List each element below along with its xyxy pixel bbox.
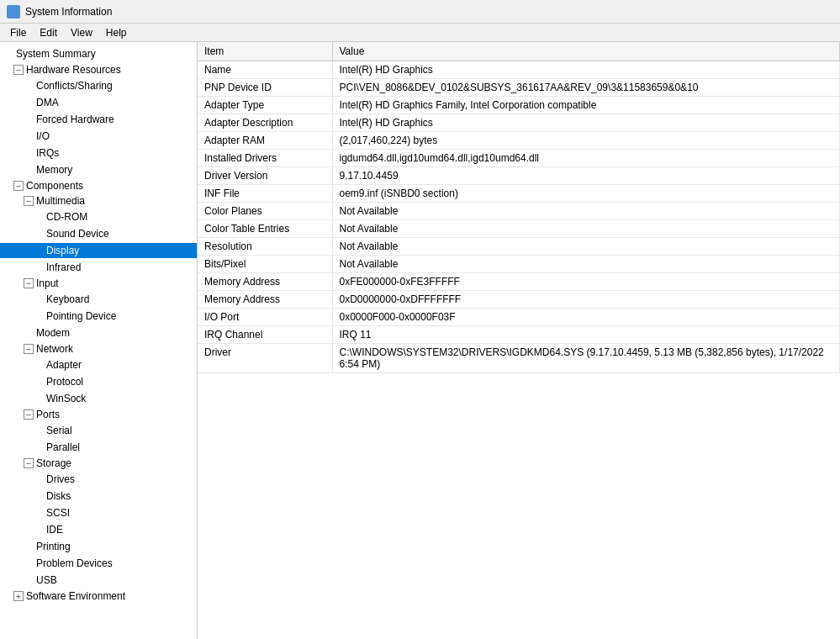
tree-node-modem[interactable]: Modem xyxy=(0,325,197,341)
tree-node-usb[interactable]: USB xyxy=(0,572,197,589)
tree-node-adapter[interactable]: Adapter xyxy=(0,356,197,373)
tree-expander-modem[interactable] xyxy=(24,326,34,340)
tree-expander-system-summary[interactable] xyxy=(3,47,13,61)
tree-expander-keyboard[interactable] xyxy=(34,293,44,306)
tree-expander-sound-device[interactable] xyxy=(34,227,44,240)
tree-panel: System Summary−Hardware ResourcesConflic… xyxy=(0,42,198,639)
tree-expander-input[interactable]: − xyxy=(24,278,34,288)
tree-expander-drives[interactable] xyxy=(34,473,44,486)
app-icon xyxy=(7,5,20,18)
tree-expander-disks[interactable] xyxy=(34,489,44,503)
table-cell-value: Intel(R) HD Graphics xyxy=(332,61,840,79)
table-cell-item: Adapter Description xyxy=(198,114,332,132)
col-header-item: Item xyxy=(198,42,332,61)
tree-node-sound-device[interactable]: Sound Device xyxy=(0,225,197,242)
tree-node-storage[interactable]: −Storage xyxy=(0,456,197,471)
tree-label-software-environment: Software Environment xyxy=(26,590,125,602)
tree-expander-usb[interactable] xyxy=(24,573,34,587)
table-cell-value: Intel(R) HD Graphics xyxy=(332,114,840,132)
tree-label-modem: Modem xyxy=(36,327,70,339)
tree-node-keyboard[interactable]: Keyboard xyxy=(0,291,197,308)
tree-node-winsock[interactable]: WinSock xyxy=(0,390,197,407)
table-cell-value: 9.17.10.4459 xyxy=(332,167,840,185)
tree-label-drives: Drives xyxy=(46,473,75,485)
tree-expander-ports[interactable]: − xyxy=(24,409,34,420)
tree-node-drives[interactable]: Drives xyxy=(0,471,197,488)
table-cell-value: (2,017,460,224) bytes xyxy=(332,132,840,150)
tree-expander-components[interactable]: − xyxy=(13,181,24,191)
tree-label-network: Network xyxy=(36,343,73,355)
tree-expander-serial[interactable] xyxy=(34,424,44,437)
tree-node-serial[interactable]: Serial xyxy=(0,422,197,439)
tree-expander-network[interactable]: − xyxy=(24,344,34,354)
tree-node-printing[interactable]: Printing xyxy=(0,538,197,555)
tree-node-software-environment[interactable]: +Software Environment xyxy=(0,589,197,604)
tree-node-cd-rom[interactable]: CD-ROM xyxy=(0,209,197,225)
tree-node-ide[interactable]: IDE xyxy=(0,521,197,538)
menu-view[interactable]: View xyxy=(64,25,99,40)
tree-expander-display[interactable] xyxy=(34,244,44,257)
menu-file[interactable]: File xyxy=(3,25,33,40)
tree-label-problem-devices: Problem Devices xyxy=(36,557,113,569)
tree-expander-hardware-resources[interactable]: − xyxy=(13,65,24,75)
tree-expander-adapter[interactable] xyxy=(34,358,44,372)
tree-expander-infrared[interactable] xyxy=(34,261,44,274)
tree-node-network[interactable]: −Network xyxy=(0,341,197,356)
tree-node-problem-devices[interactable]: Problem Devices xyxy=(0,555,197,572)
tree-node-system-summary[interactable]: System Summary xyxy=(0,45,197,62)
tree-expander-io[interactable] xyxy=(24,129,34,143)
tree-expander-forced-hardware[interactable] xyxy=(24,113,34,126)
tree-label-sound-device: Sound Device xyxy=(46,228,109,240)
tree-expander-software-environment[interactable]: + xyxy=(13,591,24,601)
table-cell-value: Not Available xyxy=(332,238,840,256)
tree-expander-parallel[interactable] xyxy=(34,441,44,454)
menu-bar: File Edit View Help xyxy=(0,24,840,42)
tree-label-keyboard: Keyboard xyxy=(46,293,89,305)
tree-node-io[interactable]: I/O xyxy=(0,128,197,145)
tree-label-storage: Storage xyxy=(36,457,71,469)
tree-expander-ide[interactable] xyxy=(34,523,44,536)
tree-expander-winsock[interactable] xyxy=(34,392,44,405)
tree-expander-irqs[interactable] xyxy=(24,146,34,160)
tree-node-forced-hardware[interactable]: Forced Hardware xyxy=(0,111,197,128)
table-row: NameIntel(R) HD Graphics xyxy=(198,61,840,79)
tree-label-infrared: Infrared xyxy=(46,261,81,273)
detail-panel: Item Value NameIntel(R) HD GraphicsPNP D… xyxy=(198,42,840,639)
tree-expander-printing[interactable] xyxy=(24,540,34,553)
tree-expander-conflicts-sharing[interactable] xyxy=(24,79,34,92)
tree-expander-multimedia[interactable]: − xyxy=(24,196,34,206)
menu-help[interactable]: Help xyxy=(99,25,134,40)
tree-node-infrared[interactable]: Infrared xyxy=(0,259,197,276)
tree-expander-cd-rom[interactable] xyxy=(34,210,44,224)
menu-edit[interactable]: Edit xyxy=(33,25,64,40)
tree-expander-memory[interactable] xyxy=(24,163,34,177)
tree-node-ports[interactable]: −Ports xyxy=(0,407,197,422)
tree-expander-dma[interactable] xyxy=(24,96,34,109)
tree-node-disks[interactable]: Disks xyxy=(0,488,197,504)
table-cell-value: Not Available xyxy=(332,220,840,238)
tree-node-pointing-device[interactable]: Pointing Device xyxy=(0,308,197,325)
tree-node-protocol[interactable]: Protocol xyxy=(0,373,197,390)
tree-node-multimedia[interactable]: −Multimedia xyxy=(0,193,197,209)
tree-node-conflicts-sharing[interactable]: Conflicts/Sharing xyxy=(0,77,197,94)
tree-label-adapter: Adapter xyxy=(46,359,82,371)
tree-node-memory[interactable]: Memory xyxy=(0,161,197,178)
tree-label-disks: Disks xyxy=(46,490,71,502)
tree-label-input: Input xyxy=(36,277,59,289)
tree-node-parallel[interactable]: Parallel xyxy=(0,439,197,456)
table-row: ResolutionNot Available xyxy=(198,238,840,256)
tree-node-components[interactable]: −Components xyxy=(0,178,197,193)
tree-node-dma[interactable]: DMA xyxy=(0,94,197,111)
tree-expander-storage[interactable]: − xyxy=(24,458,34,468)
tree-expander-pointing-device[interactable] xyxy=(34,309,44,323)
tree-expander-scsi[interactable] xyxy=(34,506,44,520)
tree-expander-problem-devices[interactable] xyxy=(24,557,34,570)
tree-node-display[interactable]: Display xyxy=(0,242,197,259)
table-row: IRQ ChannelIRQ 11 xyxy=(198,326,840,344)
tree-label-io: I/O xyxy=(36,130,50,142)
tree-node-irqs[interactable]: IRQs xyxy=(0,145,197,161)
tree-expander-protocol[interactable] xyxy=(34,375,44,388)
tree-node-scsi[interactable]: SCSI xyxy=(0,504,197,521)
tree-node-input[interactable]: −Input xyxy=(0,276,197,291)
tree-node-hardware-resources[interactable]: −Hardware Resources xyxy=(0,62,197,77)
